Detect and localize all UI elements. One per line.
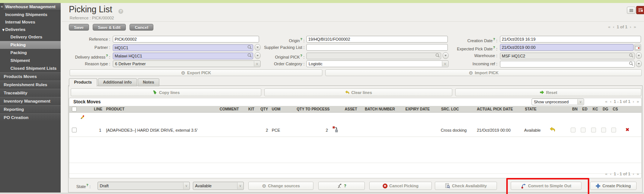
change-sources-button[interactable]: ⚙Change sources — [248, 182, 313, 190]
tab-notes[interactable]: Notes — [138, 78, 160, 86]
split-move-button[interactable]: ? — [318, 182, 365, 190]
col-comment[interactable]: COMMENT — [220, 106, 239, 112]
col-line[interactable]: LINE — [86, 106, 102, 112]
pager-prev-icon[interactable]: ‹ — [613, 25, 615, 29]
sidebar-item-delivery-orders[interactable]: Delivery Orders — [0, 33, 61, 41]
sidebar-item-picking[interactable]: Picking — [0, 41, 61, 49]
list-view-button[interactable] — [627, 7, 635, 14]
copy-lines-button[interactable]: Copy lines — [71, 88, 261, 96]
col-src-loc[interactable]: SRC. LOC — [441, 106, 459, 112]
save-button[interactable]: Save — [69, 24, 89, 31]
cancel-picking-button[interactable]: ✖Cancel Picking — [369, 182, 432, 190]
col-dg[interactable]: DG — [603, 106, 608, 112]
search-icon[interactable] — [629, 53, 634, 58]
warehouse-dropdown-button[interactable] — [636, 52, 642, 59]
select-all-checkbox[interactable] — [72, 107, 77, 112]
sidebar-item-deliveries[interactable]: ▼Deliveries — [0, 26, 61, 33]
sidebar-item-po-creation[interactable]: PO Creation — [0, 113, 61, 122]
title-help-icon[interactable]: ? — [118, 9, 123, 14]
process-move-icon[interactable] — [332, 126, 338, 132]
original-pick-field[interactable] — [306, 52, 441, 59]
availability-select[interactable]: Available∨ — [193, 182, 244, 190]
create-picking-button[interactable]: Create Picking — [590, 182, 637, 190]
save-edit-button[interactable]: Save & Edit — [93, 24, 126, 31]
export-pick-button[interactable]: ⚙Export PICK — [70, 69, 322, 76]
col-qty[interactable]: QTY — [252, 106, 268, 112]
sidebar-collapse-icon[interactable]: « — [1, 4, 3, 9]
sidebar-item-incoming-shipments[interactable]: Incoming Shipments — [0, 11, 61, 18]
sidebar-item-packing[interactable]: Packing — [0, 49, 61, 57]
sidebar-item-reporting[interactable]: Reporting — [0, 105, 61, 113]
pager-first-icon[interactable]: « — [605, 172, 608, 176]
incoming-ref-input[interactable] — [500, 61, 635, 68]
row-checkbox[interactable] — [72, 128, 77, 132]
convert-to-simple-out-button[interactable]: Convert to Simple Out — [511, 182, 581, 190]
pager-last-icon[interactable]: » — [637, 172, 639, 176]
sidebar-item-products-moves[interactable]: Products Moves — [0, 72, 61, 81]
pager-next-icon[interactable]: › — [632, 99, 634, 104]
expected-pick-date-input[interactable] — [500, 44, 634, 51]
import-pick-button[interactable]: ⚙Import PICK — [325, 69, 642, 76]
cs-checkbox[interactable] — [611, 128, 616, 132]
col-product[interactable]: PRODUCT — [106, 106, 124, 112]
col-uom[interactable]: UOM — [272, 106, 280, 112]
reference-input[interactable] — [113, 36, 259, 43]
reset-button[interactable]: Reset — [455, 88, 641, 96]
pager-last-icon[interactable]: » — [634, 25, 636, 29]
original-pick-input[interactable] — [306, 53, 441, 59]
bn-checkbox[interactable] — [571, 128, 576, 132]
kc-checkbox[interactable] — [591, 128, 596, 132]
col-expiry-date[interactable]: EXPIRY DATE — [405, 106, 430, 112]
col-batch-number[interactable]: BATCH NUMBER — [365, 106, 395, 112]
sidebar-item-replenishment-rules[interactable]: Replenishment Rules — [0, 81, 61, 89]
pager-prev-icon[interactable]: ‹ — [610, 172, 612, 176]
revert-state-icon[interactable] — [549, 126, 556, 132]
sidebar-title[interactable]: Warehouse Management — [4, 3, 61, 11]
search-icon[interactable] — [629, 61, 634, 66]
sidebar-item-inventory-management[interactable]: Inventory Management — [0, 97, 61, 105]
line-filter-select[interactable]: Show unprocessed lines∨ — [532, 98, 584, 105]
col-ed[interactable]: ED — [582, 106, 587, 112]
col-cs[interactable]: CS — [613, 106, 618, 112]
col-asset[interactable]: ASSET — [345, 106, 357, 112]
tab-products[interactable]: Products — [69, 78, 97, 87]
incoming-ref-field[interactable] — [500, 60, 635, 67]
sidebar-item-traceability[interactable]: Traceability — [0, 89, 61, 97]
col-actual-pick-date[interactable]: ACTUAL PICK DATE — [477, 106, 513, 112]
sidebar-item-closed-shipment-lists[interactable]: Closed Shipment Lists — [0, 65, 61, 72]
calendar-icon[interactable] — [634, 44, 641, 51]
state-select[interactable]: Draft∨ — [98, 182, 190, 190]
pager-first-icon[interactable]: « — [608, 25, 610, 29]
supplier-packing-list-input[interactable] — [306, 44, 448, 51]
warehouse-field[interactable] — [500, 52, 635, 59]
dg-checkbox[interactable] — [601, 128, 606, 132]
sidebar-item-internal-moves[interactable]: Internal Moves — [0, 18, 61, 26]
clear-lines-button[interactable]: Clear lines — [264, 88, 452, 96]
edit-pencil-icon[interactable] — [80, 114, 85, 119]
col-bn[interactable]: BN — [572, 106, 577, 112]
sidebar-item-shipment[interactable]: Shipment — [0, 57, 61, 65]
delivery-address-field[interactable] — [113, 52, 253, 59]
ed-checkbox[interactable] — [581, 128, 586, 132]
partner-field[interactable] — [113, 44, 253, 51]
delete-row-icon[interactable]: ✖ — [625, 127, 629, 132]
table-row[interactable]: 1 [ADAPHDDE3--] HARD DISK DRIVE, externa… — [69, 113, 641, 137]
warehouse-input[interactable] — [500, 53, 635, 59]
col-state[interactable]: STATE — [525, 106, 536, 112]
origin-input[interactable] — [306, 36, 448, 43]
pager-prev-icon[interactable]: ‹ — [610, 99, 612, 104]
partner-input[interactable] — [113, 44, 253, 51]
cancel-button[interactable]: Cancel — [130, 24, 153, 31]
pager-first-icon[interactable]: « — [605, 99, 608, 104]
col-qty-to-process[interactable]: QTY TO PROCESS — [297, 106, 330, 112]
pager-next-icon[interactable]: › — [629, 25, 631, 29]
check-availability-button[interactable]: Check Availability — [435, 182, 497, 190]
delivery-address-input[interactable] — [113, 53, 253, 59]
order-category-select[interactable]: Logistic∨ — [306, 60, 449, 67]
creation-date-input[interactable] — [500, 36, 641, 43]
pager-last-icon[interactable]: » — [637, 99, 639, 104]
col-kc[interactable]: KC — [593, 106, 598, 112]
tab-additional-info[interactable]: Additional info — [98, 78, 137, 86]
incoming-ref-dropdown-button[interactable] — [636, 60, 642, 67]
reason-type-select[interactable]: 6 Deliver Partner∨ — [113, 60, 261, 67]
